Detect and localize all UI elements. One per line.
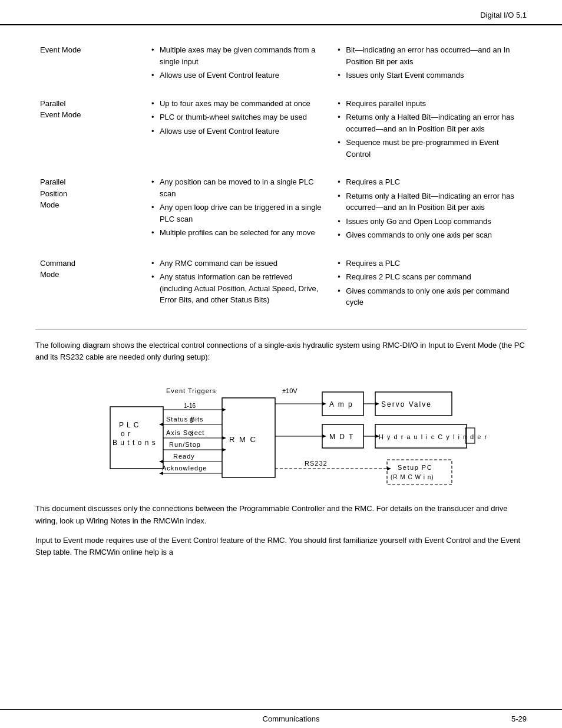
list-item: Requires parallel inputs (336, 98, 522, 110)
setup-pc-label: Setup PC (398, 464, 432, 471)
svg-marker-9 (222, 408, 226, 411)
list-item: Bit—indicating an error has occurred—and… (336, 44, 522, 67)
list-item: Requires a PLC (336, 258, 522, 269)
list-item: Any RMC command can be issued (150, 258, 327, 269)
mode-constraints-command: Requires a PLC Requires 2 PLC scans per … (332, 251, 527, 318)
table-row: CommandMode Any RMC command can be issue… (35, 251, 527, 318)
list-item: Requires 2 PLC scans per command (336, 271, 522, 283)
mode-constraints-parallel-event: Requires parallel inputs Returns only a … (332, 91, 527, 170)
mode-label-command: CommandMode (35, 251, 146, 318)
mode-label-parallel-position: ParallelPositionMode (35, 169, 146, 251)
event-features-list: Multiple axes may be given commands from… (150, 44, 327, 81)
mode-constraints-event: Bit—indicating an error has occurred—and… (332, 37, 527, 91)
diagram-svg: P L C o r B u t t o n s R M C A m p Serv… (75, 374, 487, 492)
main-content: Event Mode Multiple axes may be given co… (0, 25, 562, 559)
acknowledge-label: Acknowledge (162, 465, 207, 472)
run-stop-label: Run/Stop (169, 441, 201, 448)
page-header: Digital I/O 5.1 (0, 0, 562, 25)
list-item: Issues only Start Event commands (336, 70, 522, 81)
parallel-event-constraints-list: Requires parallel inputs Returns only a … (336, 98, 522, 160)
svg-marker-25 (387, 467, 391, 470)
footer-center: Communications (263, 714, 320, 723)
parallel-position-features-list: Any position can be moved to in a single… (150, 176, 327, 239)
mode-label-parallel-event: ParallelEvent Mode (35, 91, 146, 170)
mode-features-parallel-position: Any position can be moved to in a single… (146, 169, 332, 251)
list-item: PLC or thumb-wheel switches may be used (150, 111, 327, 123)
axis-select-label: Axis Select (166, 429, 204, 436)
paragraph3: Input to Event mode requires use of the … (35, 535, 527, 559)
list-item: Gives commands to only one axis per scan (336, 229, 522, 241)
voltage-label: ±10V (282, 387, 297, 394)
list-item: Requires a PLC (336, 176, 522, 188)
ready-label: Ready (173, 453, 195, 460)
footer-page-number: 5-29 (511, 714, 527, 723)
event-constraints-list: Bit—indicating an error has occurred—and… (336, 44, 522, 81)
hydraulic-cylinder-label: H y d r a u l i c C y l i n d e r (379, 433, 487, 440)
modes-table: Event Mode Multiple axes may be given co… (35, 37, 527, 318)
status-bits-range: 8 (190, 417, 193, 424)
list-item: Issues only Go and Open Loop commands (336, 216, 522, 228)
diagram-paragraph: The following diagram shows the electric… (35, 340, 527, 364)
section-divider (35, 330, 527, 330)
mode-features-command: Any RMC command can be issued Any status… (146, 251, 332, 318)
amp-label: A m p (329, 400, 353, 409)
buttons-label: B u t t o n s (113, 439, 156, 447)
mode-features-parallel-event: Up to four axes may be commanded at once… (146, 91, 332, 170)
event-triggers-label: Event Triggers (166, 387, 216, 394)
rmcwin-label: (R M C W i n) (391, 474, 434, 480)
list-item: Allows use of Event Control feature (150, 70, 327, 81)
list-item: Any position can be moved to in a single… (150, 176, 327, 199)
diagram-container: P L C o r B u t t o n s R M C A m p Serv… (35, 374, 527, 492)
parallel-event-features-list: Up to four axes may be commanded at once… (150, 98, 327, 137)
mode-constraints-parallel-position: Requires a PLC Returns only a Halted Bit… (332, 169, 527, 251)
svg-marker-15 (222, 448, 226, 452)
list-item: Any status information can be retrieved … (150, 271, 327, 306)
svg-marker-11 (159, 423, 163, 426)
svg-marker-19 (159, 472, 163, 475)
page-container: Digital I/O 5.1 Event Mode Multiple axes… (0, 0, 562, 728)
rs232-label: RS232 (305, 460, 328, 467)
svg-marker-21 (322, 402, 326, 406)
list-item: Multiple axes may be given commands from… (150, 44, 327, 67)
svg-marker-17 (159, 460, 163, 463)
parallel-position-constraints-list: Requires a PLC Returns only a Halted Bit… (336, 176, 522, 241)
mdt-label: M D T (329, 433, 354, 441)
plc-label: P L C (119, 421, 139, 429)
svg-marker-27 (375, 402, 379, 406)
range-label: 1-16 (184, 403, 196, 409)
svg-marker-23 (322, 434, 326, 438)
or-label: o r (121, 430, 131, 438)
page-footer: Communications 5-29 (0, 709, 562, 728)
list-item: Returns only a Halted Bit—indicating an … (336, 190, 522, 213)
svg-rect-0 (110, 407, 163, 469)
mode-features-event: Multiple axes may be given commands from… (146, 37, 332, 91)
list-item: Up to four axes may be commanded at once (150, 98, 327, 110)
paragraph2: This document discusses only the connect… (35, 503, 527, 528)
status-bits-label: Status Bits (166, 416, 204, 423)
list-item: Multiple profiles can be selected for an… (150, 227, 327, 239)
table-row: ParallelEvent Mode Up to four axes may b… (35, 91, 527, 170)
list-item: Sequence must be pre-programmed in Event… (336, 137, 522, 160)
svg-marker-13 (222, 436, 226, 440)
servo-valve-label: Servo Valve (381, 400, 432, 409)
table-row: Event Mode Multiple axes may be given co… (35, 37, 527, 91)
rmc-label: R M C (229, 435, 257, 444)
command-constraints-list: Requires a PLC Requires 2 PLC scans per … (336, 258, 522, 308)
command-features-list: Any RMC command can be issued Any status… (150, 258, 327, 306)
table-row: ParallelPositionMode Any position can be… (35, 169, 527, 251)
axis-select-range: 3 (190, 431, 193, 437)
mode-label-event: Event Mode (35, 37, 146, 91)
list-item: Allows use of Event Control feature (150, 126, 327, 137)
list-item: Returns only a Halted Bit—indicating an … (336, 111, 522, 134)
list-item: Gives commands to only one axis per comm… (336, 285, 522, 308)
list-item: Any open loop drive can be triggered in … (150, 202, 327, 225)
header-title: Digital I/O 5.1 (480, 11, 527, 19)
